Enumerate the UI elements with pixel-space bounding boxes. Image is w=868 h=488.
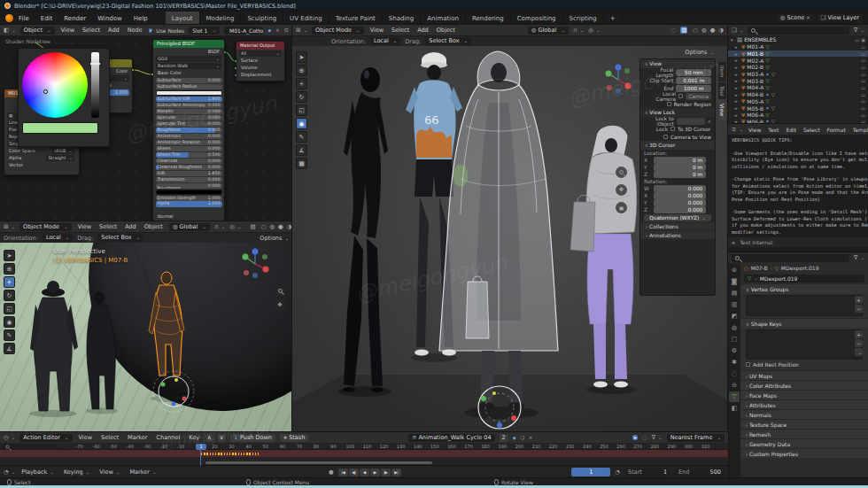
toolbar-tool[interactable]: + [4, 276, 15, 288]
collapsed-panel[interactable]: Texture Space [740, 419, 868, 429]
sidebar-tab[interactable]: Tool [718, 82, 726, 100]
object-menu[interactable]: Object [435, 27, 457, 34]
shape-keys-panel[interactable]: Shape Keys [740, 318, 868, 328]
sidebar-tab[interactable]: View [718, 100, 726, 120]
text-menu[interactable]: Templates [851, 127, 868, 133]
snap-magnet-icon[interactable]: ∩ [214, 223, 225, 230]
screen-toggle-icon[interactable]: ▭ [861, 44, 865, 50]
output-node-input[interactable]: Surface [241, 58, 258, 64]
properties-tab[interactable]: ▥ [729, 299, 740, 310]
proportional-edit-icon[interactable]: ◎ [588, 27, 600, 34]
workspace-tab[interactable]: Compositing [511, 12, 563, 25]
text-menu[interactable]: Format [825, 127, 848, 133]
node-socket[interactable] [131, 68, 135, 72]
bsdf-property-slider[interactable]: Emission [156, 190, 222, 195]
channel-region[interactable] [0, 457, 728, 466]
slot-dropdown[interactable]: Slot 1 [189, 27, 220, 35]
filter-icon[interactable]: ∇ [854, 27, 864, 34]
view-layer-selector[interactable]: ❏ View Layer [818, 14, 863, 22]
screen-toggle-icon[interactable]: ▭ [861, 112, 865, 118]
add-button[interactable]: + [855, 296, 863, 304]
use-nodes-checkbox[interactable] [149, 28, 152, 33]
bsdf-property-slider[interactable]: Transmission 0.000 [156, 177, 222, 182]
screen-toggle-icon[interactable]: ▭ [861, 58, 865, 63]
orientation-dropdown[interactable]: Local [370, 37, 400, 45]
lock-object-field[interactable] [677, 118, 705, 125]
end-frame-field[interactable]: End500 [675, 469, 725, 476]
properties-tab[interactable]: ⊚ [729, 265, 740, 275]
remove-button[interactable]: − [855, 305, 863, 313]
value-field[interactable]: 1000 m [676, 85, 711, 92]
properties-tab[interactable]: ◧ [729, 403, 740, 414]
properties-tab[interactable]: ▽ [729, 391, 740, 402]
rotation-mode-dropdown[interactable]: Quaternion (WXYZ) [644, 214, 711, 221]
bsdf-property-slider[interactable]: Subsurface 0.000 [156, 78, 222, 83]
vertex-groups-list[interactable]: +− [746, 295, 863, 316]
output-color[interactable]: Color [116, 68, 128, 74]
bsdf-property-slider[interactable]: Alpha 1.000 [156, 201, 222, 206]
bsdf-property-slider[interactable]: Specular Tint 0.000 [156, 121, 222, 127]
workspace-tab[interactable]: Modeling [200, 12, 242, 25]
cursor-rotation-field[interactable]: 0.000 [654, 199, 706, 206]
output-node-input[interactable]: Volume [241, 65, 258, 71]
bsdf-property-slider[interactable]: Clearcoat 0.000 [156, 159, 222, 164]
select-menu[interactable]: Select [97, 223, 119, 230]
workspace-tab[interactable]: Rendering [466, 12, 511, 25]
dopesheet-menu[interactable]: Channel [155, 434, 182, 441]
playback-button[interactable]: |◀ [338, 469, 348, 476]
options-dropdown[interactable]: Options [260, 235, 289, 242]
outliner-item[interactable]: ▸ Ψ M05-A ▽ ▭ [728, 98, 868, 105]
properties-tab[interactable]: ✱ [729, 357, 740, 368]
overlays-icon[interactable]: ▨ [680, 27, 687, 34]
screen-toggle-icon[interactable]: ▭ [861, 51, 865, 57]
bsdf-property-slider[interactable]: Clearcoat Roughness 0.000 [156, 165, 222, 170]
value-field[interactable]: 50 mm [676, 69, 711, 76]
outliner-item[interactable]: ▸ Ψ M06-A ▽ ▭ [728, 112, 868, 119]
editor-type-shader-icon[interactable]: ◧ [4, 27, 16, 34]
add-button[interactable]: + [855, 330, 863, 338]
cursor-location-field[interactable]: 0 m [654, 157, 706, 164]
screen-toggle-icon[interactable]: ▭ [861, 65, 865, 70]
color-swatch[interactable] [156, 90, 222, 96]
cursor-panel-header[interactable]: 3D Cursor [640, 141, 715, 150]
dopesheet-menu[interactable]: Key [187, 434, 201, 441]
shader-menu-view[interactable]: View [59, 27, 76, 34]
playback-button[interactable]: |▶ [381, 469, 391, 476]
nav-gizmo[interactable] [601, 62, 636, 97]
bsdf-property-slider[interactable]: Subsurface IOR 1.400 [156, 97, 222, 102]
local-camera-checkbox[interactable] [678, 94, 683, 98]
screen-toggle-icon[interactable]: ▭ [861, 85, 865, 90]
properties-search[interactable] [732, 254, 849, 262]
pan-button[interactable]: ✥ [275, 299, 285, 310]
target-dropdown[interactable]: All [239, 50, 282, 57]
shader-canvas[interactable]: Shader Nodetree M01-A_Color.jpg [0, 35, 292, 221]
playback-button[interactable]: ▶ [370, 469, 380, 476]
select-menu[interactable]: Select [390, 27, 411, 34]
screen-toggle-icon[interactable]: ▭ [861, 92, 865, 97]
toolbar-tool[interactable]: ◱ [296, 105, 307, 116]
toolbar-tool[interactable]: ⊕ [296, 65, 307, 76]
value-slider[interactable] [91, 52, 99, 118]
editor-type-action-icon[interactable]: ◷ [4, 434, 15, 441]
unlink-icon[interactable]: ✕ [275, 27, 279, 33]
bsdf-property-slider[interactable]: Roughness 0.905 [156, 128, 222, 133]
toolbar-tool[interactable]: ⊕ [4, 263, 15, 275]
shading-mode-icon[interactable]: ◑ [717, 27, 725, 34]
summary-channel[interactable]: ▸ Summary [0, 450, 728, 457]
camera-to-view-checkbox[interactable] [663, 135, 668, 139]
value-field[interactable]: 0.001 m [676, 77, 711, 84]
bsdf-property-slider[interactable]: Transmission Roughness 0.000 [156, 183, 222, 189]
outliner-item[interactable]: ▸ Ψ M03-A ✦ ▽ ▭ [728, 71, 868, 78]
zoom-button[interactable] [275, 285, 285, 296]
workspace-tab[interactable]: + [604, 12, 623, 25]
collapsed-panel[interactable]: Color Attributes [740, 380, 868, 390]
cursor-rotation-field[interactable]: 0.000 [654, 206, 706, 213]
outliner-item[interactable]: ▸ Ψ M01-A ▽ ▭ [728, 43, 868, 50]
auto-keying-icon[interactable]: ● [329, 469, 334, 476]
properties-tab[interactable]: ⚙ [729, 345, 740, 356]
dopesheet-menu[interactable]: Marker [126, 434, 149, 441]
workspace-tab[interactable]: Scripting [563, 12, 604, 25]
lock-3d-cursor-checkbox[interactable] [670, 127, 675, 131]
playhead-line[interactable] [200, 450, 201, 466]
color-swatch[interactable] [22, 122, 98, 134]
